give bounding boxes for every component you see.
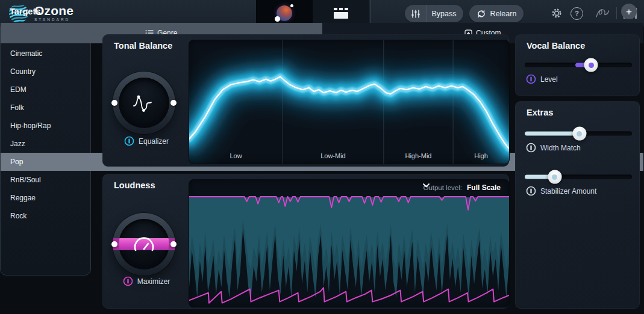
tonal-balance-display[interactable]: LowLow-MidHigh-MidHigh — [189, 40, 510, 164]
slider-track — [525, 63, 632, 67]
slider-track — [525, 175, 632, 179]
slider-handle[interactable] — [548, 170, 561, 184]
knob-dot-left — [111, 241, 117, 247]
output-level-control[interactable]: Output level: Full Scale — [423, 183, 501, 192]
tonal-balance-panel: Tonal Balance Equalizer LowLow-MidHigh-M… — [102, 34, 509, 167]
chevron-down-icon — [423, 183, 430, 188]
slider-handle-dot — [589, 63, 594, 68]
knob-dot-left — [111, 100, 117, 106]
band-label: Low — [230, 152, 242, 159]
vocal-balance-panel: Vocal Balance Level — [515, 34, 640, 96]
equalizer-power-icon[interactable] — [124, 136, 134, 146]
maximizer-knob[interactable] — [113, 213, 175, 276]
maximizer-label: Maximizer — [137, 277, 170, 286]
width-match-power-icon[interactable] — [526, 143, 536, 153]
stabilizer-power-icon[interactable] — [526, 186, 536, 196]
slider-handle-dot — [552, 174, 557, 180]
slider-handle-dot — [577, 131, 582, 137]
targets-title: Targets — [10, 7, 40, 16]
gauge-icon — [131, 235, 157, 254]
maximizer-power-icon[interactable] — [123, 276, 133, 286]
extras-panel: Extras Width Match Stabilizer Amount — [515, 101, 640, 309]
maximizer-module-row: Maximizer — [98, 276, 195, 286]
loudness-title: Loudness — [114, 180, 155, 190]
extras-title: Extras — [527, 108, 553, 117]
targets-header: Targets + — [0, 0, 644, 23]
stabilizer-module-row: Stabilizer Amount — [526, 186, 596, 196]
level-power-icon[interactable] — [526, 74, 536, 84]
tonal-balance-title: Tonal Balance — [114, 41, 172, 51]
add-target-button[interactable]: + — [621, 4, 637, 19]
band-label: Low-Mid — [320, 152, 346, 159]
band-label: High — [474, 152, 488, 159]
vocal-balance-title: Vocal Balance — [527, 41, 585, 51]
slider-handle[interactable] — [572, 127, 586, 141]
loudness-display[interactable]: Output level: Full Scale — [189, 179, 510, 307]
stabilizer-amount-slider[interactable] — [525, 170, 632, 183]
level-label: Level — [540, 75, 558, 84]
knob-dot-right — [170, 100, 177, 106]
slider-handle[interactable] — [584, 58, 598, 72]
equalizer-module-row: Equalizer — [98, 136, 195, 146]
slider-fill — [525, 132, 580, 136]
width-match-slider[interactable] — [525, 127, 632, 140]
knob-dot-right — [170, 241, 177, 247]
stabilizer-label: Stabilizer Amount — [540, 187, 596, 195]
output-level-value: Full Scale — [467, 183, 501, 192]
knob-face — [119, 219, 169, 269]
eq-curve-icon — [131, 91, 157, 115]
targets-panel: Targets + Genre Custom CinematicCountryE… — [0, 0, 91, 276]
width-match-label: Width Match — [540, 144, 581, 152]
knob-face — [119, 78, 169, 128]
band-label: High-Mid — [405, 152, 431, 159]
width-match-module-row: Width Match — [526, 143, 581, 153]
loudness-panel: Loudness Maximizer Output level: Full Sc… — [102, 174, 509, 309]
equalizer-label: Equalizer — [139, 137, 169, 146]
level-slider[interactable] — [525, 58, 632, 72]
equalizer-knob[interactable] — [113, 72, 175, 134]
level-module-row: Level — [526, 74, 558, 84]
